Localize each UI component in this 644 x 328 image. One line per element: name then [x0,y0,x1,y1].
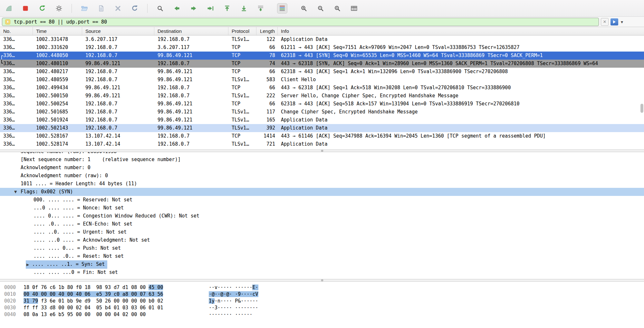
go-back-icon [173,5,181,12]
packet-row[interactable]: 336…1002.500254192.168.0.799.86.49.121TC… [0,100,644,108]
expander-icon[interactable]: ▶ [26,263,29,267]
detail-text: .... .... 0... = Push: Not set [34,245,121,251]
detail-line[interactable]: .... ..0. .... = Urgent: Not set [0,228,644,236]
hex-row[interactable]: 001000 40 00 00 40 00 40 06 e5 39 c0 a8 … [0,291,644,298]
packet-row[interactable]: 336…1002.448050192.168.0.799.86.49.121TC… [0,52,644,60]
detail-line[interactable]: ...0 .... .... = Nonce: Not set [0,204,644,212]
column-header-time[interactable]: Time [33,27,82,35]
go-bottom-icon [240,5,248,12]
packet-row[interactable]: 336…1002.48011099.86.49.121192.168.0.7TC… [0,60,644,68]
filter-dropdown-button[interactable]: ▾ [620,19,624,24]
cell-no: 336… [0,76,33,84]
hex-bytes: ff ff 33 d8 00 00 02 04 05 b4 01 03 03 0… [24,304,164,311]
capture-options-button[interactable] [54,4,64,13]
cell-no: 336… [0,60,33,68]
filter-apply-button[interactable] [610,18,618,25]
find-packet-button[interactable] [155,4,165,13]
detail-line[interactable]: .... .... ...0 = Fin: Not set [0,268,644,276]
go-top-button[interactable] [222,4,232,13]
detail-line[interactable]: 000. .... .... = Reserved: Not set [0,196,644,204]
detail-line[interactable]: .... 0... .... = Congestion Window Reduc… [0,212,644,220]
save-file-icon [97,5,105,12]
detail-line[interactable]: Sequence number (raw): 2665041958 [0,152,644,156]
packet-row[interactable]: 336…1002.3314783.6.207.117192.168.0.7TLS… [0,35,644,43]
zoom-in-button[interactable] [299,4,309,13]
splitter-details-bytes[interactable] [0,279,644,282]
cell-protocol: TCP [228,68,256,76]
colorize-button[interactable] [277,3,287,14]
column-header-source[interactable]: Source [82,27,154,35]
go-to-packet-button[interactable] [206,4,215,13]
hex-row[interactable]: 004008 0a 13 e6 b5 95 00 00 00 00 04 02 … [0,311,644,318]
hex-row[interactable]: 000018 0f 76 c6 1b 80 f0 18 98 93 d7 d1 … [0,284,644,291]
stop-capture-button[interactable] [21,4,30,13]
packet-row[interactable]: 336…1002.49943499.86.49.121192.168.0.7TC… [0,84,644,92]
packet-row[interactable]: 336…1002.480559192.168.0.799.86.49.121TL… [0,76,644,84]
cell-destination: 99.86.49.121 [154,52,228,60]
column-header-length[interactable]: Length [256,27,278,35]
packet-row[interactable]: 336…1002.331620192.168.0.73.6.207.117TCP… [0,43,644,52]
cell-protocol: TLSv1… [228,116,256,124]
resize-columns-button[interactable] [349,4,359,13]
packet-row[interactable]: 336…1002.52817413.107.42.14192.168.0.7TL… [0,140,644,148]
save-file-button[interactable] [96,4,106,13]
detail-line[interactable]: 1011 .... = Header Length: 44 bytes (11) [0,180,644,188]
detail-line[interactable]: .... ...0 .... = Acknowledgment: Not set [0,236,644,244]
capture-options-icon [55,5,63,12]
splitter-handle-icon [321,150,323,152]
column-header-protocol[interactable]: Protocol [228,27,256,35]
packet-row[interactable]: 336…1002.501685192.168.0.799.86.49.121TL… [0,108,644,116]
zoom-out-button[interactable] [316,4,325,13]
zoom-out-icon [317,5,324,12]
cell-info: Client Hello [278,76,644,84]
open-file-button[interactable] [80,4,89,13]
filter-clear-button[interactable]: ✕ [601,18,609,26]
detail-line[interactable]: Acknowledgment number (raw): 0 [0,172,644,180]
go-back-button[interactable] [172,4,182,13]
cell-info: 443 → 62318 [ACK] Seq=1 Ack=518 Win=3020… [278,84,644,92]
packet-list-pane: 336…1002.3314783.6.207.117192.168.0.7TLS… [0,35,644,150]
packet-row[interactable]: 336…1002.502143192.168.0.799.86.49.121TL… [0,124,644,132]
detail-line[interactable]: ▼Flags: 0x002 (SYN) [0,188,644,196]
expander-icon[interactable]: ▼ [14,188,17,196]
scrollbar-thumb[interactable] [640,104,643,113]
packet-row[interactable]: 336…1002.480217192.168.0.799.86.49.121TC… [0,68,644,76]
close-file-button[interactable] [113,4,123,13]
start-capture-icon [5,5,13,12]
cell-protocol: TLSv1… [228,108,256,116]
hex-ascii: ··3····· ········ [209,304,258,311]
filter-bookmark-button[interactable] [5,19,11,25]
go-bottom-button[interactable] [239,4,249,13]
detail-line[interactable]: Acknowledgment number: 0 [0,164,644,172]
hex-highlight: 31 79 [24,298,38,304]
cell-source: 192.168.0.7 [82,116,154,124]
splitter-list-details[interactable] [0,150,644,152]
display-filter-input[interactable] [13,19,596,25]
start-capture-button[interactable] [4,4,14,13]
filter-bar: ✕ ▾ [0,17,644,27]
cell-time: 1002.331620 [33,43,82,52]
reload-file-button[interactable] [130,4,139,13]
hex-highlight: E· [252,285,258,290]
hex-row[interactable]: 002031 79 f3 6e 01 bb 9e d9 50 26 00 00 … [0,298,644,304]
column-header-no[interactable]: No. [0,27,33,35]
reload-file-icon [131,5,139,12]
cell-no: 336… [0,140,33,148]
detail-line[interactable]: ▶.... .... ..1. = Syn: Set [0,260,644,268]
hex-text: 18 0f 76 c6 1b 80 f0 18 98 93 d7 d1 08 0… [24,285,149,290]
column-header-destination[interactable]: Destination [154,27,228,35]
column-header-info[interactable]: Info [278,27,644,35]
packet-row[interactable]: 336…1002.52816713.107.42.14192.168.0.7TC… [0,132,644,140]
restart-capture-button[interactable] [37,4,47,13]
go-forward-button[interactable] [189,4,198,13]
cell-no: 336… [0,52,33,60]
packet-row[interactable]: 336…1002.50015099.86.49.121192.168.0.7TL… [0,92,644,100]
detail-line[interactable]: .... .0.. .... = ECN-Echo: Not set [0,220,644,228]
detail-line[interactable]: .... .... .0.. = Reset: Not set [0,252,644,260]
zoom-reset-button[interactable] [332,4,342,13]
auto-scroll-button[interactable] [256,4,265,13]
hex-row[interactable]: 0030ff ff 33 d8 00 00 02 04 05 b4 01 03 … [0,304,644,311]
packet-row[interactable]: 336…1002.501924192.168.0.799.86.49.121TL… [0,116,644,124]
detail-line[interactable]: .... .... 0... = Push: Not set [0,244,644,252]
detail-line[interactable]: [Next sequence number: 1 (relative seque… [0,156,644,164]
